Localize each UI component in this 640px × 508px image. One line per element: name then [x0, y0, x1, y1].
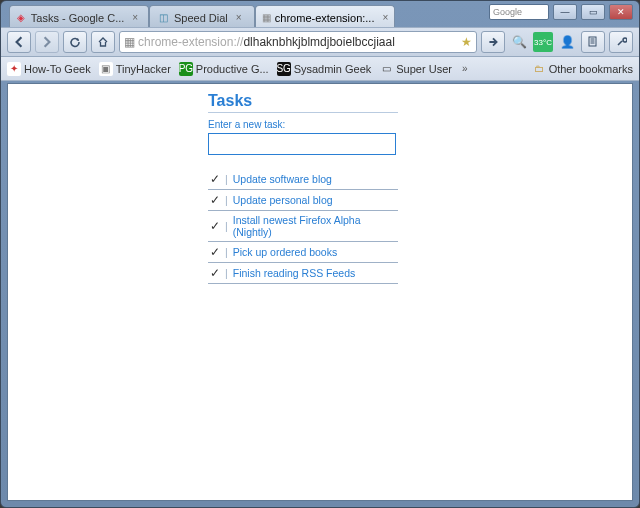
go-button[interactable] — [481, 31, 505, 53]
reload-button[interactable] — [63, 31, 87, 53]
browser-window: Google — ▭ ✕ ◈ Tasks - Google C... × ◫ S… — [0, 0, 640, 508]
separator: | — [225, 194, 228, 206]
check-icon[interactable]: ✓ — [210, 219, 220, 233]
enter-task-label: Enter a new task: — [208, 119, 632, 130]
tab-chrome-extension[interactable]: ▦ chrome-extension:... × — [255, 5, 395, 27]
separator: | — [225, 246, 228, 258]
task-text: Install newest Firefox Alpha (Nightly) — [233, 214, 396, 238]
tab-label: chrome-extension:... — [275, 12, 375, 24]
toolbar: ▦ chrome-extension://dlhaknbhkjblmdjboie… — [1, 27, 639, 57]
task-row[interactable]: ✓|Pick up ordered books — [208, 242, 398, 263]
sysadmin-icon: SG — [277, 62, 291, 76]
home-icon — [97, 36, 109, 48]
url-scheme: chrome-extension:// — [138, 35, 243, 49]
extension-favicon-icon: ▦ — [262, 11, 271, 25]
task-row[interactable]: ✓|Update software blog — [208, 169, 398, 190]
tab-speed-dial[interactable]: ◫ Speed Dial × — [149, 5, 255, 27]
check-icon[interactable]: ✓ — [210, 193, 220, 207]
separator: | — [225, 220, 228, 232]
window-search-input[interactable]: Google — [489, 4, 549, 20]
productive-icon: PG — [179, 62, 193, 76]
url-bar[interactable]: ▦ chrome-extension://dlhaknbhkjblmdjboie… — [119, 31, 477, 53]
tab-tasks-google[interactable]: ◈ Tasks - Google C... × — [9, 5, 149, 27]
task-text: Update personal blog — [233, 194, 333, 206]
extension-person-icon[interactable]: 👤 — [557, 32, 577, 52]
bookmark-superuser[interactable]: ▭Super User — [379, 62, 452, 76]
bookmark-howtogeek[interactable]: ✦How-To Geek — [7, 62, 91, 76]
bookmark-label: TinyHacker — [116, 63, 171, 75]
howtogeek-icon: ✦ — [7, 62, 21, 76]
arrow-right-icon — [487, 36, 499, 48]
task-row[interactable]: ✓|Install newest Firefox Alpha (Nightly) — [208, 211, 398, 242]
bookmark-label: Super User — [396, 63, 452, 75]
google-favicon-icon: ◈ — [16, 11, 27, 25]
bookmarks-overflow-button[interactable]: » — [460, 63, 470, 74]
tasks-app: Tasks Enter a new task: ✓|Update softwar… — [8, 84, 632, 284]
folder-icon: 🗀 — [532, 62, 546, 76]
tasks-title: Tasks — [208, 92, 398, 113]
task-text: Update software blog — [233, 173, 332, 185]
new-task-input[interactable] — [208, 133, 396, 155]
extension-magnifier-icon[interactable]: 🔍 — [509, 32, 529, 52]
bookmark-label: Other bookmarks — [549, 63, 633, 75]
minimize-button[interactable]: — — [553, 4, 577, 20]
check-icon[interactable]: ✓ — [210, 245, 220, 259]
forward-button[interactable] — [35, 31, 59, 53]
separator: | — [225, 173, 228, 185]
bookmarks-bar: ✦How-To Geek ▣TinyHacker PGProductive G.… — [1, 57, 639, 81]
reload-icon — [69, 36, 81, 48]
task-text: Finish reading RSS Feeds — [233, 267, 356, 279]
page-viewport: Tasks Enter a new task: ✓|Update softwar… — [7, 83, 633, 501]
bookmark-label: Sysadmin Geek — [294, 63, 372, 75]
maximize-button[interactable]: ▭ — [581, 4, 605, 20]
check-icon[interactable]: ✓ — [210, 172, 220, 186]
bookmark-tinyhacker[interactable]: ▣TinyHacker — [99, 62, 171, 76]
wrench-menu-button[interactable] — [609, 31, 633, 53]
tab-close-icon[interactable]: × — [132, 13, 140, 23]
separator: | — [225, 267, 228, 279]
url-path: dlhaknbhkjblmdjboielbccjiaal — [243, 35, 394, 49]
bookmark-label: How-To Geek — [24, 63, 91, 75]
window-controls: Google — ▭ ✕ — [489, 1, 633, 23]
bookmark-productive[interactable]: PGProductive G... — [179, 62, 269, 76]
task-row[interactable]: ✓|Finish reading RSS Feeds — [208, 263, 398, 284]
tab-close-icon[interactable]: × — [236, 13, 246, 23]
tab-label: Tasks - Google C... — [31, 12, 125, 24]
close-window-button[interactable]: ✕ — [609, 4, 633, 20]
wrench-icon — [615, 36, 627, 48]
arrow-right-icon — [41, 36, 53, 48]
home-button[interactable] — [91, 31, 115, 53]
weather-badge[interactable]: 33°C — [533, 32, 553, 52]
bookmark-star-icon[interactable]: ★ — [461, 35, 472, 49]
speeddial-favicon-icon: ◫ — [156, 11, 170, 25]
task-text: Pick up ordered books — [233, 246, 337, 258]
superuser-icon: ▭ — [379, 62, 393, 76]
other-bookmarks-button[interactable]: 🗀Other bookmarks — [532, 62, 633, 76]
check-icon[interactable]: ✓ — [210, 266, 220, 280]
tab-close-icon[interactable]: × — [382, 13, 388, 23]
page-favicon-icon: ▦ — [124, 35, 135, 49]
tab-label: Speed Dial — [174, 12, 228, 24]
tinyhacker-icon: ▣ — [99, 62, 113, 76]
page-icon — [587, 36, 599, 48]
arrow-left-icon — [13, 36, 25, 48]
bookmark-label: Productive G... — [196, 63, 269, 75]
page-menu-button[interactable] — [581, 31, 605, 53]
task-row[interactable]: ✓|Update personal blog — [208, 190, 398, 211]
back-button[interactable] — [7, 31, 31, 53]
bookmark-sysadmin[interactable]: SGSysadmin Geek — [277, 62, 372, 76]
